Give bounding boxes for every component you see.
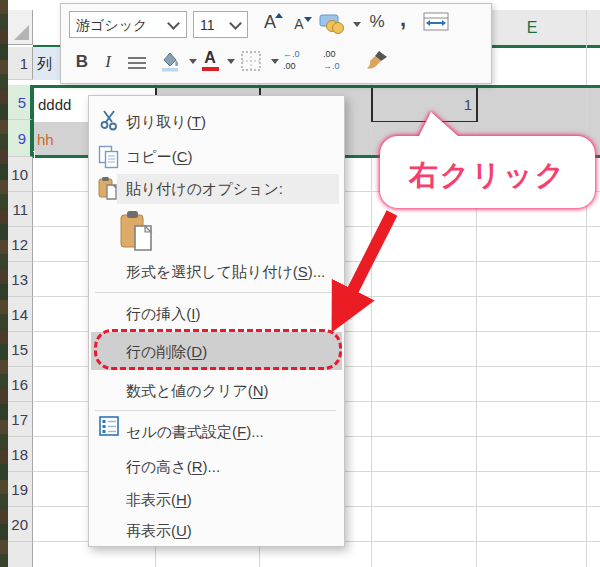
selection-border-top (33, 85, 600, 88)
menu-item-paste-button[interactable] (115, 206, 161, 254)
dashed-grid-icon (241, 51, 261, 71)
menu-item-format-cells[interactable]: セルの書式設定(F)... (126, 414, 338, 449)
table-format-button[interactable] (423, 12, 453, 36)
font-color-button[interactable]: A (201, 50, 231, 76)
row-header-11[interactable]: 11 (8, 192, 33, 227)
callout-text: 右クリック (380, 156, 595, 196)
column-header-label: E (492, 10, 572, 45)
context-menu: 切り取り(T) コピー(C) 貼り付けのオプション: 形式を選択して貼り付け(S… (88, 95, 345, 547)
copy-icon (98, 145, 120, 169)
mini-toolbar: 游ゴシック 11 A A % , (60, 3, 492, 84)
menu-item-paste-options-label: 貼り付けのオプション: (126, 174, 338, 204)
font-color-swatch (202, 67, 219, 71)
caret-up-icon (275, 13, 283, 18)
accounting-format-button[interactable] (319, 12, 353, 36)
row-header-10[interactable]: 10 (8, 157, 33, 192)
italic-button[interactable]: I (101, 52, 115, 72)
delete-rows-dashed-highlight (94, 329, 342, 370)
paint-bucket-icon (159, 50, 181, 72)
decrease-decimal-button[interactable]: ←.0 .00 (283, 50, 317, 76)
table-width-arrow-icon (423, 12, 449, 32)
format-cells-icon (99, 416, 119, 436)
caret-down-icon (304, 17, 312, 22)
row-header-13[interactable]: 13 (8, 262, 33, 297)
line-spacing-button[interactable] (127, 56, 151, 74)
row-header-12[interactable]: 12 (8, 227, 33, 262)
menu-item-clear-contents[interactable]: 数式と値のクリア(N) (126, 373, 338, 408)
borders-button[interactable] (241, 51, 273, 75)
row-header-19[interactable]: 19 (8, 472, 33, 507)
menu-item-row-height[interactable]: 行の高さ(R)... (126, 449, 338, 484)
dropdown-arrow-icon[interactable] (189, 59, 197, 64)
row-header-9[interactable]: 9 (8, 120, 33, 157)
menu-item-hide[interactable]: 非表示(H) (126, 484, 338, 515)
desktop-wallpaper-strip (0, 0, 8, 567)
font-name-combo[interactable]: 游ゴシック (69, 11, 187, 38)
scissors-icon (98, 109, 120, 131)
row-header-partial[interactable] (8, 542, 33, 567)
dropdown-arrow-icon[interactable] (271, 59, 279, 64)
cell-A9[interactable]: hh (37, 122, 87, 157)
menu-separator (95, 292, 336, 293)
chevron-down-icon[interactable] (229, 17, 242, 30)
menu-item-cut[interactable]: 切り取り(T) (126, 104, 338, 139)
row-header-5[interactable]: 5 (8, 85, 33, 120)
menu-item-paste-special[interactable]: 形式を選択して貼り付け(S)... (126, 254, 338, 289)
comma-style-button[interactable]: , (395, 6, 411, 32)
row-header-18[interactable]: 18 (8, 437, 33, 472)
increase-font-size-button[interactable]: A (259, 12, 281, 33)
row-header-20[interactable]: 20 (8, 507, 33, 542)
annotation-arrow (320, 200, 430, 350)
format-painter-button[interactable] (365, 49, 393, 75)
dropdown-arrow-icon[interactable] (353, 22, 361, 27)
coin-stack-icon (319, 12, 345, 34)
menu-separator (95, 410, 336, 411)
row-header-17[interactable]: 17 (8, 402, 33, 437)
horizontal-lines-icon (127, 56, 147, 72)
decrease-font-size-button[interactable]: A (289, 16, 309, 32)
dropdown-arrow-icon[interactable] (227, 59, 235, 64)
row-header-15[interactable]: 15 (8, 332, 33, 367)
clipboard-icon (97, 176, 121, 202)
brush-icon (365, 49, 389, 73)
increase-decimal-button[interactable]: .00 →.0 (323, 50, 357, 76)
select-all-corner[interactable] (8, 10, 33, 45)
font-size-combo[interactable]: 11 (193, 11, 248, 38)
bold-button[interactable]: B (73, 52, 91, 72)
chevron-down-icon[interactable] (167, 17, 180, 30)
row-header-16[interactable]: 16 (8, 367, 33, 402)
menu-item-copy[interactable]: コピー(C) (126, 139, 338, 174)
fill-color-button[interactable] (159, 50, 191, 76)
excel-screenshot: E 1 列 dddd こさし 六角形 1 hh 5 9 10 11 12 13 … (0, 0, 600, 567)
percent-style-button[interactable]: % (365, 12, 389, 32)
font-color-letter: A (201, 50, 219, 66)
row-header-14[interactable]: 14 (8, 297, 33, 332)
column-header-E[interactable]: E (492, 10, 600, 45)
row-header-1[interactable]: 1 (8, 47, 33, 80)
menu-item-insert-rows[interactable]: 行の挿入(I) (126, 296, 338, 331)
menu-item-unhide[interactable]: 再表示(U) (126, 515, 338, 546)
select-all-triangle-icon (14, 25, 29, 40)
